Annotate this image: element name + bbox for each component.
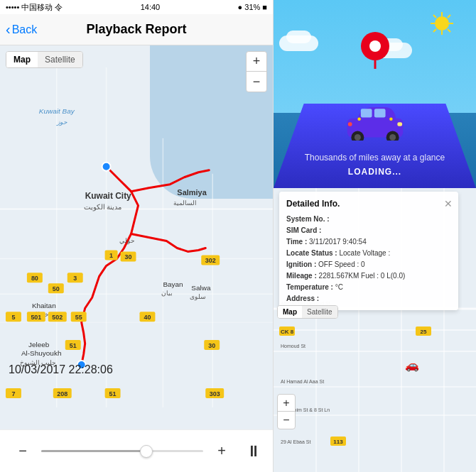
detail-field-mileage: Mileage : 2281.567KM Fuel : 0 L(0.0) [286,270,451,282]
playback-controls: − + ⏸ [0,429,273,472]
svg-text:السالمية: السالمية [173,199,197,207]
svg-text:Salwa: Salwa [191,284,211,292]
detail-popup: Detailed Info. ✕ System No. : SIM Card :… [279,192,458,310]
svg-text:سلوى: سلوى [190,293,206,301]
svg-point-81 [389,118,392,121]
right-map-type-satellite-btn[interactable]: Satellite [302,306,337,318]
right-panel: Thousands of miles away at a glance LOAD… [274,0,476,472]
svg-text:Khaitan: Khaitan [32,302,56,309]
status-bar-right: ● 31% ■ [238,3,267,11]
detail-field-sim: SIM Card : [286,225,451,236]
right-map-section: Ahmad Bin Masoud St Homoud St Al Hamad A… [274,188,476,472]
back-label: Back [12,23,38,36]
svg-text:Kuwait City: Kuwait City [85,191,131,201]
progress-fill [41,450,146,452]
map-container: Kuwait Bay حوز Kuwait City مدينة الكويت … [0,45,273,429]
svg-text:1: 1 [109,252,113,259]
left-panel: ••••• 中国移动 令 14:40 ● 31% ■ ‹ Back Playba… [0,0,274,472]
decrease-speed-button[interactable]: − [11,440,34,463]
right-map-type-selector: Map Satellite [277,305,338,319]
svg-text:حولي: حولي [119,237,135,245]
svg-text:30: 30 [125,253,132,260]
svg-rect-73 [374,109,385,117]
svg-line-68 [433,29,436,32]
timestamp-label: 10/03/2017 22:28:06 [9,363,113,376]
right-zoom-controls: + − [277,394,296,429]
svg-point-60 [435,16,449,31]
car-icon [343,101,407,149]
svg-text:CK 8: CK 8 [281,329,294,335]
header: ‹ Back Playback Report [0,14,273,45]
svg-point-70 [369,40,381,52]
back-button[interactable]: ‹ Back [6,21,37,38]
right-map-type-map-btn[interactable]: Map [278,306,302,318]
pause-button[interactable]: ⏸ [246,442,261,461]
page-title: Playback Report [86,22,186,37]
svg-text:303: 303 [210,390,220,397]
map-type-satellite-btn[interactable]: Satellite [38,52,82,67]
detail-field-system: System No. : [286,214,451,225]
illustration-section: Thousands of miles away at a glance LOAD… [274,0,476,188]
svg-text:Homoud St: Homoud St [281,344,305,348]
detail-field-ignition: Ignition : OFF Speed : 0 [286,259,451,270]
svg-rect-78 [397,122,402,126]
svg-text:Bayan: Bayan [163,280,183,288]
detail-popup-title: Detailed Info. [286,197,451,211]
map-type-selector: Map Satellite [6,51,83,68]
svg-line-66 [448,29,450,32]
svg-text:25: 25 [421,329,427,335]
svg-text:Al Hamad Al Aaa St: Al Hamad Al Aaa St [281,379,324,384]
back-chevron-icon: ‹ [6,21,11,38]
progress-bar[interactable] [41,450,203,452]
svg-point-8 [102,163,111,171]
svg-text:30: 30 [208,342,215,349]
map-type-map-btn[interactable]: Map [6,52,38,67]
status-bar-time: 14:40 [141,3,161,11]
right-zoom-out-button[interactable]: − [278,412,295,429]
svg-text:Jeleeb: Jeleeb [28,341,50,348]
svg-rect-72 [360,109,372,117]
detail-popup-close-button[interactable]: ✕ [444,196,453,212]
detail-field-address: Address : [286,293,451,304]
map-zoom-controls: + − [246,51,267,92]
status-bar-left: ••••• 中国移动 令 [6,2,63,13]
detail-field-time: Time : 3/11/2017 9:40:54 [286,236,451,248]
svg-text:113: 113 [333,439,343,445]
zoom-out-button[interactable]: − [247,72,266,92]
svg-text:501: 501 [31,314,41,321]
right-zoom-in-button[interactable]: + [278,395,295,412]
svg-text:29 Al Ebaa St: 29 Al Ebaa St [281,439,310,444]
svg-text:بيان: بيان [161,290,173,297]
svg-text:208: 208 [57,390,67,397]
svg-text:3: 3 [73,275,77,282]
svg-text:5: 5 [11,314,15,321]
svg-text:51: 51 [109,390,117,397]
svg-text:Al-Shuyoukh: Al-Shuyoukh [21,349,62,357]
sun-icon [429,11,455,36]
svg-text:50: 50 [53,285,60,292]
svg-rect-79 [347,122,352,126]
loading-text: LOADING... [348,167,401,177]
svg-line-65 [433,15,436,18]
svg-text:80: 80 [31,275,38,282]
svg-point-75 [354,134,360,141]
svg-text:40: 40 [144,314,151,321]
svg-text:51: 51 [70,342,77,349]
svg-text:502: 502 [52,314,63,321]
detail-field-locate: Locate Status : Locate Voltage : [286,248,451,259]
progress-thumb[interactable] [140,445,153,458]
svg-text:55: 55 [75,314,82,321]
status-bar: ••••• 中国移动 令 14:40 ● 31% ■ [0,0,273,14]
increase-speed-button[interactable]: + [210,440,233,463]
map-pin-icon [361,32,389,75]
zoom-in-button[interactable]: + [247,52,266,72]
svg-text:Kuwait Bay: Kuwait Bay [39,107,75,115]
cloud-left-small-icon [286,31,311,43]
svg-text:7: 7 [11,390,15,397]
svg-text:Salmiya: Salmiya [177,188,207,197]
svg-point-80 [357,118,360,121]
svg-text:مدينة الكويت: مدينة الكويت [84,203,122,212]
svg-line-67 [448,15,450,18]
svg-text:حوز: حوز [56,119,67,126]
svg-text:🚗: 🚗 [405,358,419,372]
